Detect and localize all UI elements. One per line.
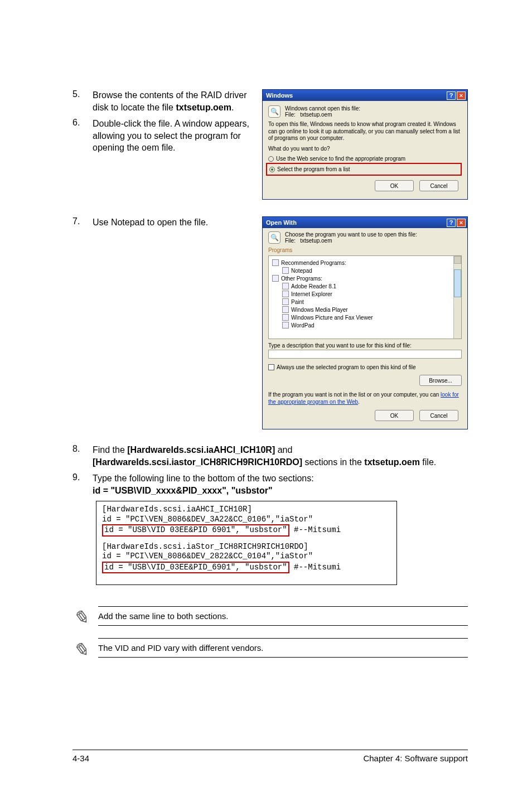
ok-button[interactable]: OK xyxy=(375,180,414,191)
item-label: Windows Media Player xyxy=(291,307,348,313)
cancel-button[interactable]: Cancel xyxy=(419,410,458,421)
list-item[interactable]: Internet Explorer xyxy=(282,291,458,297)
app-icon xyxy=(282,298,289,305)
app-icon xyxy=(282,267,289,274)
checkbox-icon xyxy=(268,364,274,370)
close-button[interactable]: × xyxy=(457,91,466,100)
other-category: Other Programs: xyxy=(272,275,458,282)
dialog-title: Open With xyxy=(266,219,297,226)
category-label: Other Programs: xyxy=(281,276,322,282)
file-name: txtsetup.oem xyxy=(300,112,332,118)
cancel-button[interactable]: Cancel xyxy=(419,180,458,191)
step-7-group: 7. Use Notepad to open the file. Open Wi… xyxy=(72,216,468,429)
app-icon xyxy=(282,322,289,328)
radio-label: Select the program from a list xyxy=(277,166,350,172)
close-button[interactable]: × xyxy=(457,219,466,227)
step-text: Find the [HardwareIds.scsi.iaAHCI_ICH10R… xyxy=(93,444,468,468)
note-icon: ✎ xyxy=(72,639,88,661)
folder-icon xyxy=(272,275,279,282)
page-number: 4-34 xyxy=(72,753,89,763)
step-number: 9. xyxy=(72,472,93,496)
file-name: txtsetup.oem xyxy=(300,238,332,244)
titlebar: Open With ? × xyxy=(263,217,467,228)
chapter-title: Chapter 4: Software support xyxy=(363,753,468,763)
windows-dialog: Windows ? × 🔍 Windows cannot open this f… xyxy=(262,89,468,200)
folder-icon xyxy=(272,259,279,266)
question-text: What do you want to do? xyxy=(268,146,462,153)
explain-text: To open this file, Windows needs to know… xyxy=(268,121,462,142)
app-icon xyxy=(282,291,289,297)
text: Find the xyxy=(93,445,127,455)
item-label: Paint xyxy=(291,299,304,305)
always-use-checkbox[interactable]: Always use the selected program to open … xyxy=(268,364,462,370)
code-sample: [HardwareIds.scsi.iaAHCI_ICH10R] id = "P… xyxy=(96,501,397,585)
scroll-thumb[interactable] xyxy=(454,269,461,297)
file-label: File: xyxy=(285,112,296,118)
radio-web-service[interactable]: Use the Web service to find the appropri… xyxy=(268,156,462,162)
list-item[interactable]: Paint xyxy=(282,298,458,305)
text: sections in the xyxy=(302,457,364,467)
category-label: Recommended Programs: xyxy=(281,260,346,266)
list-item[interactable]: Adobe Reader 8.1 xyxy=(282,283,458,289)
notes-section: ✎ ✎ Add the same line to both sections. … xyxy=(72,606,468,670)
code-comment: #--Mitsumi xyxy=(294,563,341,572)
highlighted-code: id = "USB\VID_03EE&PID_6901", "usbstor" xyxy=(102,562,289,574)
highlighted-option: Select the program from a list xyxy=(266,163,462,176)
list-item[interactable]: Windows Picture and Fax Viewer xyxy=(282,314,458,321)
step-text: Use Notepad to open the file. xyxy=(93,216,208,229)
file-icon: 🔍 xyxy=(268,231,280,244)
step-text: Browse the contents of the RAID driver d… xyxy=(93,89,257,113)
browse-button[interactable]: Browse... xyxy=(419,375,462,386)
highlighted-code: id = "USB\VID 03EE&PID 6901", "usbstor" xyxy=(102,524,289,537)
file-label: File: xyxy=(285,238,296,244)
item-label: Adobe Reader 8.1 xyxy=(291,283,336,289)
item-label: Notepad xyxy=(291,268,312,274)
list-item[interactable]: WordPad xyxy=(282,322,458,328)
list-item[interactable]: Windows Media Player xyxy=(282,306,458,313)
radio-select-list[interactable]: Select the program from a list xyxy=(269,166,458,172)
list-item[interactable]: Notepad xyxy=(282,267,458,274)
app-icon xyxy=(282,314,289,321)
code-line: [HardwareIds.scsi.iaAHCI_ICH10R] xyxy=(102,505,391,515)
step-9: 9. Type the following line to the bottom… xyxy=(72,472,468,496)
text: If the program you want is not in the li… xyxy=(268,392,441,398)
code-line: id = "PCI\VEN_8086&DEV_2822&CC_0104","ia… xyxy=(102,552,391,562)
step-number: 7. xyxy=(72,216,93,229)
code-comment: #--Mitsumi xyxy=(294,525,341,534)
note-2: The VID and PID vary with different vend… xyxy=(98,638,468,658)
step-text: Double-click the file. A window appears,… xyxy=(93,118,257,154)
step-6: 6. Double-click the file. A window appea… xyxy=(72,118,257,154)
note-1: Add the same line to both sections. xyxy=(98,606,468,626)
text: . xyxy=(358,399,360,405)
file-icon: 🔍 xyxy=(268,105,280,118)
code-line: id = "USB\VID 03EE&PID 6901", "usbstor" … xyxy=(102,524,391,537)
step-number: 5. xyxy=(72,89,93,113)
step-number: 6. xyxy=(72,118,93,154)
scrollbar[interactable] xyxy=(453,256,461,339)
description-input[interactable] xyxy=(268,350,462,359)
scroll-up-icon[interactable] xyxy=(454,256,461,264)
programs-tab[interactable]: Programs xyxy=(268,247,462,253)
open-with-dialog: Open With ? × 🔍 Choose the program you w… xyxy=(262,216,468,429)
app-icon xyxy=(282,283,289,289)
titlebar: Windows ? × xyxy=(263,90,467,101)
checkbox-label: Always use the selected program to open … xyxy=(277,364,416,370)
code-line-bold: id = "USB\VID_xxxx&PID_xxxx", "usbstor" xyxy=(93,486,272,495)
ok-button[interactable]: OK xyxy=(375,410,414,421)
note-icons: ✎ ✎ xyxy=(72,606,88,661)
item-label: WordPad xyxy=(291,322,315,328)
help-button[interactable]: ? xyxy=(447,219,456,227)
filename-bold: txtsetup.oem xyxy=(364,457,420,467)
cannot-open-text: Windows cannot open this file: xyxy=(285,105,360,112)
help-button[interactable]: ? xyxy=(447,91,456,100)
section-name-bold: [HardwareIds.scsi.iastor_ICH8RICH9RICH10… xyxy=(93,457,302,467)
radio-icon xyxy=(268,156,274,162)
text: file. xyxy=(420,457,436,467)
step-5: 5. Browse the contents of the RAID drive… xyxy=(72,89,257,113)
text: and xyxy=(275,445,292,455)
text: Type the following line to the bottom of… xyxy=(93,474,314,483)
step-5-6-group: 5. Browse the contents of the RAID drive… xyxy=(72,89,468,200)
program-list[interactable]: Recommended Programs: Notepad Other Prog… xyxy=(268,255,462,339)
app-icon xyxy=(282,306,289,313)
page-footer: 4-34 Chapter 4: Software support xyxy=(72,750,468,763)
